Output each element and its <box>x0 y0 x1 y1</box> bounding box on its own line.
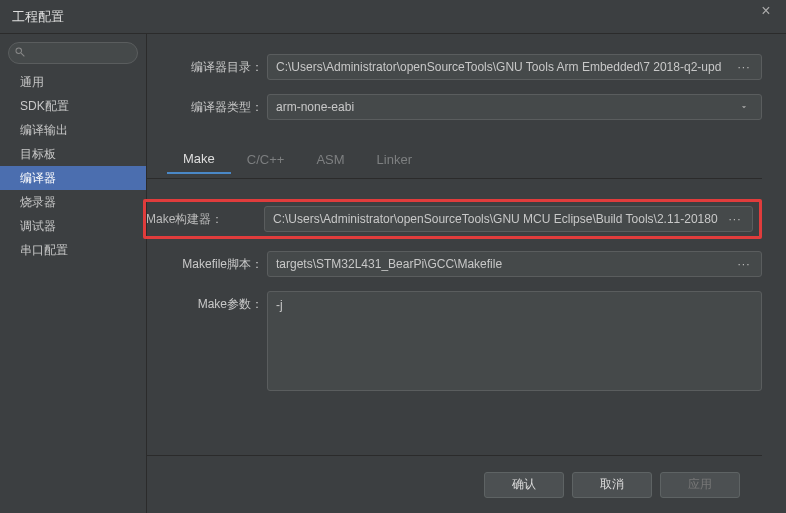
window-title: 工程配置 <box>12 8 64 26</box>
browse-icon[interactable]: ··· <box>735 257 753 271</box>
makefile-script-value: targets\STM32L431_BearPi\GCC\Makefile <box>276 257 735 271</box>
tab-linker[interactable]: Linker <box>361 144 428 174</box>
sidebar-item-compiler[interactable]: 编译器 <box>0 166 146 190</box>
row-compiler-type: 编译器类型： arm-none-eabi <box>147 94 762 120</box>
sidebar-item-label: 目标板 <box>20 146 56 163</box>
row-compiler-dir: 编译器目录： C:\Users\Administrator\openSource… <box>147 54 762 80</box>
sidebar-item-general[interactable]: 通用 <box>0 70 146 94</box>
sidebar-item-sdk[interactable]: SDK配置 <box>0 94 146 118</box>
compiler-type-select[interactable]: arm-none-eabi <box>267 94 762 120</box>
highlight-box: Make构建器： C:\Users\Administrator\openSour… <box>143 199 762 239</box>
compiler-dir-value: C:\Users\Administrator\openSourceTools\G… <box>276 60 735 74</box>
sidebar-item-debugger[interactable]: 调试器 <box>0 214 146 238</box>
sidebar-item-label: 串口配置 <box>20 242 68 259</box>
makefile-script-field[interactable]: targets\STM32L431_BearPi\GCC\Makefile ··… <box>267 251 762 277</box>
close-icon[interactable]: × <box>756 2 776 20</box>
sidebar-item-label: 调试器 <box>20 218 56 235</box>
main-panel: 编译器目录： C:\Users\Administrator\openSource… <box>147 34 786 513</box>
compiler-dir-label: 编译器目录： <box>147 59 267 76</box>
sidebar-item-build-output[interactable]: 编译输出 <box>0 118 146 142</box>
sidebar-item-label: 烧录器 <box>20 194 56 211</box>
tab-divider <box>147 178 762 179</box>
dialog-footer: 确认 取消 应用 <box>147 455 762 513</box>
tab-asm[interactable]: ASM <box>300 144 360 174</box>
browse-icon[interactable]: ··· <box>726 212 744 226</box>
sidebar-item-label: 通用 <box>20 74 44 91</box>
sidebar-item-target-board[interactable]: 目标板 <box>0 142 146 166</box>
make-builder-label: Make构建器： <box>146 211 264 228</box>
compiler-type-label: 编译器类型： <box>147 99 267 116</box>
sidebar-item-flasher[interactable]: 烧录器 <box>0 190 146 214</box>
ok-button[interactable]: 确认 <box>484 472 564 498</box>
cancel-button[interactable]: 取消 <box>572 472 652 498</box>
search-icon <box>14 46 26 58</box>
sidebar-item-label: SDK配置 <box>20 98 69 115</box>
sidebar: 通用 SDK配置 编译输出 目标板 编译器 烧录器 调试器 串口配置 <box>0 34 147 513</box>
make-args-input[interactable] <box>267 291 762 391</box>
sidebar-item-label: 编译器 <box>20 170 56 187</box>
search-input[interactable] <box>8 42 138 64</box>
compiler-tabs: Make C/C++ ASM Linker <box>167 144 762 174</box>
apply-button[interactable]: 应用 <box>660 472 740 498</box>
title-bar: 工程配置 × <box>0 0 786 34</box>
search-wrap <box>8 42 138 64</box>
make-builder-value: C:\Users\Administrator\openSourceTools\G… <box>273 212 726 226</box>
compiler-dir-field[interactable]: C:\Users\Administrator\openSourceTools\G… <box>267 54 762 80</box>
tab-make[interactable]: Make <box>167 144 231 174</box>
row-makefile-script: Makefile脚本： targets\STM32L431_BearPi\GCC… <box>147 251 762 277</box>
dialog-body: 通用 SDK配置 编译输出 目标板 编译器 烧录器 调试器 串口配置 编译器目录… <box>0 34 786 513</box>
sidebar-item-label: 编译输出 <box>20 122 68 139</box>
row-make-args: Make参数： <box>147 291 762 391</box>
sidebar-item-serial[interactable]: 串口配置 <box>0 238 146 262</box>
browse-icon[interactable]: ··· <box>735 60 753 74</box>
makefile-script-label: Makefile脚本： <box>147 256 267 273</box>
make-builder-field[interactable]: C:\Users\Administrator\openSourceTools\G… <box>264 206 753 232</box>
chevron-down-icon[interactable] <box>735 102 753 112</box>
make-args-label: Make参数： <box>147 291 267 313</box>
compiler-type-value: arm-none-eabi <box>276 100 735 114</box>
sidebar-nav: 通用 SDK配置 编译输出 目标板 编译器 烧录器 调试器 串口配置 <box>0 70 146 262</box>
tab-c-cpp[interactable]: C/C++ <box>231 144 301 174</box>
